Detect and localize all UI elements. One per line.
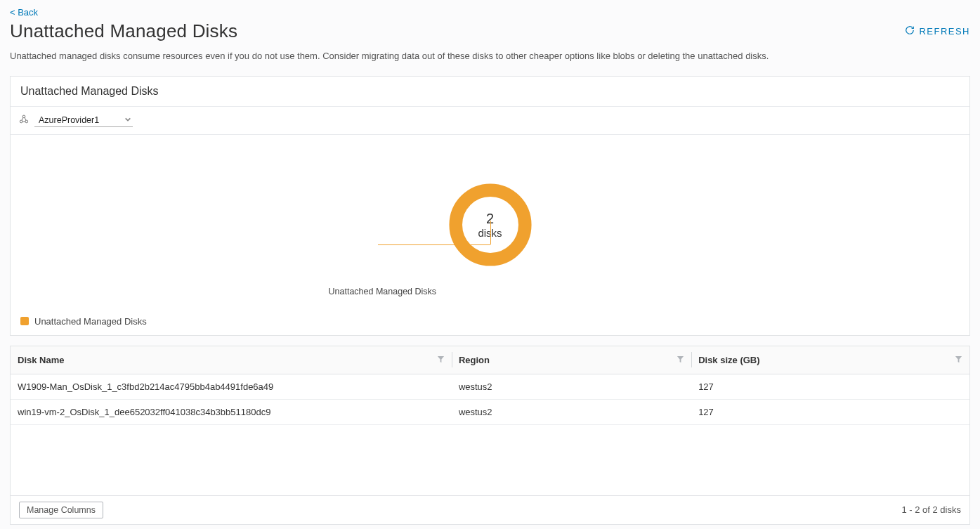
chart-panel: Unattached Managed Disks AzureProvider1 … — [10, 76, 970, 336]
svg-point-1 — [20, 120, 22, 123]
refresh-icon — [905, 25, 915, 37]
donut-chart: 2 disks Unattached Managed Disks — [11, 135, 969, 309]
chart-legend: Unattached Managed Disks — [11, 309, 969, 335]
disk-table: Disk Name Region — [11, 346, 969, 425]
cell-size: 127 — [691, 399, 969, 424]
column-header-label: Disk Name — [18, 355, 64, 365]
manage-columns-button[interactable]: Manage Columns — [19, 502, 103, 518]
refresh-button[interactable]: REFRESH — [905, 25, 970, 37]
column-header-size[interactable]: Disk size (GB) — [691, 346, 969, 374]
filter-icon[interactable] — [677, 355, 684, 365]
cell-disk-name: win19-vm-2_OsDisk_1_dee652032ff041038c34… — [11, 399, 452, 424]
table-row[interactable]: W1909-Man_OsDisk_1_c3fbd2b214ac4795bb4ab… — [11, 374, 969, 399]
cell-disk-name: W1909-Man_OsDisk_1_c3fbd2b214ac4795bb4ab… — [11, 374, 452, 399]
column-header-name[interactable]: Disk Name — [11, 346, 452, 374]
panel-title: Unattached Managed Disks — [11, 77, 969, 107]
grid-empty-space — [11, 425, 969, 495]
back-link[interactable]: < Back — [10, 7, 38, 18]
legend-label: Unattached Managed Disks — [34, 316, 147, 327]
disk-table-card: Disk Name Region — [10, 346, 970, 525]
donut-leader-line — [490, 221, 491, 244]
legend-swatch — [20, 317, 29, 325]
cell-region: westus2 — [452, 374, 691, 399]
column-header-label: Disk size (GB) — [698, 355, 759, 365]
page-title: Unattached Managed Disks — [10, 20, 237, 42]
page-description: Unattached managed disks consume resourc… — [10, 49, 970, 63]
column-header-region[interactable]: Region — [452, 346, 691, 374]
donut-callout-label: Unattached Managed Disks — [329, 287, 437, 296]
svg-point-2 — [25, 120, 28, 123]
chevron-down-icon — [124, 115, 131, 125]
table-row[interactable]: win19-vm-2_OsDisk_1_dee652032ff041038c34… — [11, 399, 969, 424]
grid-summary: 1 - 2 of 2 disks — [901, 504, 961, 515]
grid-footer: Manage Columns 1 - 2 of 2 disks — [11, 495, 969, 524]
provider-filter-row: AzureProvider1 — [11, 107, 969, 135]
svg-point-0 — [22, 115, 25, 118]
cell-size: 127 — [691, 374, 969, 399]
refresh-label: REFRESH — [919, 26, 970, 37]
filter-icon[interactable] — [955, 355, 962, 365]
column-header-label: Region — [459, 355, 490, 365]
provider-icon — [19, 115, 29, 126]
provider-select-value: AzureProvider1 — [39, 115, 99, 125]
cell-region: westus2 — [452, 399, 691, 424]
provider-select[interactable]: AzureProvider1 — [34, 114, 133, 127]
filter-icon[interactable] — [437, 355, 445, 365]
